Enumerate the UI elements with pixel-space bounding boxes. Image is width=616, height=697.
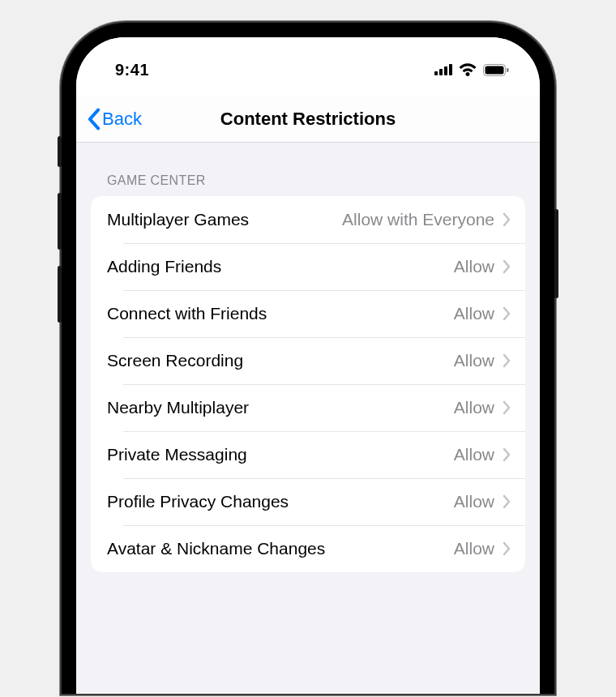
row-profile-privacy-changes[interactable]: Profile Privacy Changes Allow: [107, 478, 525, 525]
row-label: Adding Friends: [107, 257, 221, 276]
row-value: Allow: [454, 398, 494, 417]
volume-up-button: [58, 193, 62, 250]
chevron-right-icon: [503, 306, 511, 321]
chevron-left-icon: [88, 108, 101, 130]
row-label: Nearby Multiplayer: [107, 398, 249, 417]
chevron-right-icon: [503, 259, 511, 274]
battery-icon: [483, 64, 509, 76]
svg-rect-3: [449, 64, 452, 75]
row-connect-with-friends[interactable]: Connect with Friends Allow: [107, 290, 525, 337]
wifi-icon: [459, 63, 477, 76]
row-value: Allow: [454, 445, 494, 464]
svg-rect-2: [444, 66, 447, 75]
svg-rect-0: [434, 71, 438, 75]
row-avatar-nickname-changes[interactable]: Avatar & Nickname Changes Allow: [107, 525, 525, 572]
row-value: Allow with Everyone: [342, 210, 494, 229]
chevron-right-icon: [503, 494, 511, 509]
back-label: Back: [102, 109, 142, 130]
row-label: Screen Recording: [107, 351, 243, 370]
chevron-right-icon: [503, 212, 511, 227]
chevron-right-icon: [503, 400, 511, 415]
row-value: Allow: [454, 539, 494, 558]
page-title: Content Restrictions: [76, 109, 540, 130]
row-nearby-multiplayer[interactable]: Nearby Multiplayer Allow: [107, 384, 525, 431]
svg-rect-1: [439, 69, 443, 75]
row-adding-friends[interactable]: Adding Friends Allow: [107, 243, 525, 290]
row-value: Allow: [454, 492, 494, 511]
chevron-right-icon: [503, 447, 511, 462]
row-label: Private Messaging: [107, 445, 247, 464]
chevron-right-icon: [503, 353, 511, 368]
back-button[interactable]: Back: [88, 108, 142, 130]
row-screen-recording[interactable]: Screen Recording Allow: [107, 337, 525, 384]
screen: 9:41: [76, 37, 540, 694]
chevron-right-icon: [503, 541, 511, 556]
svg-rect-5: [486, 66, 504, 74]
settings-list: Multiplayer Games Allow with Everyone Ad…: [91, 196, 525, 572]
cellular-icon: [434, 64, 452, 75]
row-label: Multiplayer Games: [107, 210, 249, 229]
row-label: Avatar & Nickname Changes: [107, 539, 325, 558]
row-value: Allow: [454, 351, 494, 370]
phone-frame: 9:41: [62, 23, 554, 694]
power-button: [554, 209, 558, 298]
svg-rect-6: [507, 68, 509, 72]
silent-switch: [58, 136, 62, 167]
status-time: 9:41: [115, 61, 149, 79]
row-multiplayer-games[interactable]: Multiplayer Games Allow with Everyone: [91, 196, 525, 243]
section-header-game-center: Game Center: [91, 143, 525, 196]
row-value: Allow: [454, 304, 494, 323]
nav-bar: Back Content Restrictions: [76, 96, 540, 143]
row-label: Connect with Friends: [107, 304, 267, 323]
status-icons: [434, 63, 509, 76]
volume-down-button: [58, 266, 62, 323]
row-private-messaging[interactable]: Private Messaging Allow: [107, 431, 525, 478]
row-value: Allow: [454, 257, 494, 276]
content: Game Center Multiplayer Games Allow with…: [76, 143, 540, 572]
row-label: Profile Privacy Changes: [107, 492, 289, 511]
status-bar: 9:41: [76, 37, 540, 96]
